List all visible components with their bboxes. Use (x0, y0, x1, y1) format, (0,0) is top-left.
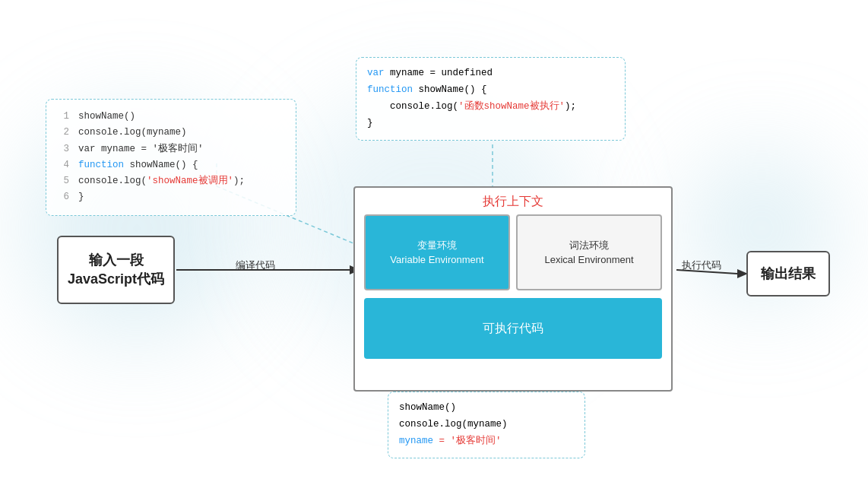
var-env-label2: Variable Environment (390, 252, 483, 268)
lexical-environment-box: 词法环境 Lexical Environment (516, 214, 662, 290)
exec-code-label: 可执行代码 (483, 321, 543, 337)
var-env-label1: 变量环境 (417, 238, 457, 253)
exec-context-title: 执行上下文 (355, 188, 671, 214)
code-box-main: 1 showName() 2 console.log(myname) 3 var… (46, 99, 296, 216)
line-num-1: 1 (59, 109, 69, 125)
lex-env-label1: 词法环境 (569, 238, 609, 253)
code-line-6: 6 } (59, 189, 284, 205)
code-line-3: 3 var myname = '极客时间' (59, 141, 284, 157)
popup-top-line3: console.log('函数showName被执行'); (367, 99, 614, 116)
popup-bottom-line2: console.log(myname) (399, 417, 574, 433)
popup-bottom-line3: myname = '极客时间' (399, 433, 574, 450)
popup-top: var myname = undefined function showName… (356, 57, 626, 141)
line-num-6: 6 (59, 189, 69, 205)
popup-top-line2: function showName() { (367, 82, 614, 99)
line-num-4: 4 (59, 157, 69, 173)
input-box: 输入一段 JavaScript代码 (57, 236, 175, 304)
input-box-line2: JavaScript代码 (68, 270, 164, 289)
code-line-4: 4 function showName() { (59, 157, 284, 173)
popup-bottom: showName() console.log(myname) myname = … (388, 392, 585, 458)
input-box-line1: 输入一段 (68, 251, 164, 270)
code-text-2: console.log(myname) (78, 125, 187, 141)
code-text-1: showName() (78, 109, 135, 125)
line-num-5: 5 (59, 173, 69, 189)
popup-bottom-line1: showName() (399, 400, 574, 417)
lex-env-label2: Lexical Environment (544, 252, 633, 268)
execute-label: 执行代码 (682, 258, 721, 272)
code-text-4: function showName() { (78, 157, 198, 173)
code-line-2: 2 console.log(myname) (59, 125, 284, 141)
code-line-5: 5 console.log('showName被调用'); (59, 173, 284, 189)
line-num-2: 2 (59, 125, 69, 141)
compile-label: 编译代码 (236, 258, 275, 272)
exec-code-box: 可执行代码 (364, 298, 662, 359)
code-line-1: 1 showName() (59, 109, 284, 125)
code-text-5: console.log('showName被调用'); (78, 173, 245, 189)
line-num-3: 3 (59, 141, 69, 157)
output-label: 输出结果 (761, 265, 816, 283)
code-text-3: var myname = '极客时间' (78, 141, 204, 157)
exec-context: 执行上下文 变量环境 Variable Environment 词法环境 Lex… (353, 186, 673, 392)
popup-top-line4: } (367, 116, 614, 132)
exec-context-inner: 变量环境 Variable Environment 词法环境 Lexical E… (355, 214, 671, 290)
variable-environment-box: 变量环境 Variable Environment (364, 214, 510, 290)
output-box: 输出结果 (746, 251, 830, 296)
code-text-6: } (78, 189, 84, 205)
popup-top-line1: var myname = undefined (367, 65, 614, 82)
